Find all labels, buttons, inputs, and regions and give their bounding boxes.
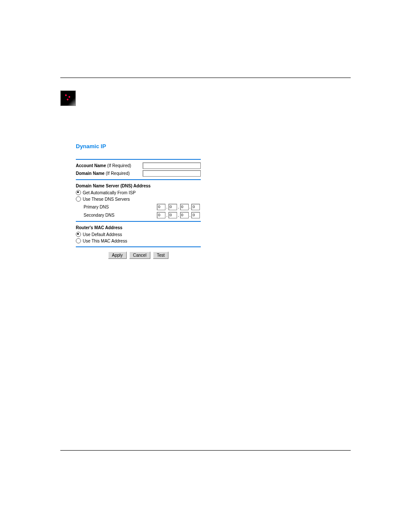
divider: [76, 179, 201, 180]
dynamic-ip-form: Dynamic IP Account Name (If Required) Do…: [76, 143, 201, 259]
primary-dns-ip-group: 0. 0. 0. 0: [157, 204, 200, 210]
dns-use-these-option[interactable]: Use These DNS Servers: [76, 196, 201, 202]
mac-this-label: Use This MAC Address: [83, 238, 127, 244]
mac-section-heading: Router's MAC Address: [76, 225, 201, 230]
account-name-label: Account Name (If Required): [76, 163, 143, 168]
dot: .: [190, 212, 191, 218]
bottom-rule: [60, 450, 351, 451]
app-icon: [60, 90, 76, 106]
radio-icon: [76, 190, 81, 195]
primary-dns-octet-4[interactable]: 0: [191, 204, 200, 210]
radio-icon: [76, 232, 81, 237]
mac-this-option[interactable]: Use This MAC Address: [76, 238, 201, 244]
dns-section-heading: Domain Name Server (DNS) Address: [76, 183, 201, 189]
primary-dns-octet-1[interactable]: 0: [157, 204, 165, 210]
secondary-dns-octet-1[interactable]: 0: [157, 212, 165, 218]
secondary-dns-octet-4[interactable]: 0: [191, 212, 200, 218]
domain-name-label: Domain Name (If Required): [76, 171, 143, 176]
account-name-label-bold: Account Name: [76, 163, 106, 168]
dns-auto-option[interactable]: Get Automatically From ISP: [76, 190, 201, 196]
dns-auto-label: Get Automatically From ISP: [83, 190, 136, 196]
form-title: Dynamic IP: [76, 143, 201, 150]
mac-default-label: Use Default Address: [83, 232, 122, 237]
dot: .: [166, 212, 168, 218]
button-row: Apply Cancel Test: [76, 252, 201, 259]
divider: [76, 246, 201, 247]
radio-icon: [76, 196, 81, 202]
account-name-input[interactable]: [143, 162, 201, 169]
secondary-dns-label: Secondary DNS: [84, 212, 157, 218]
cancel-button[interactable]: Cancel: [129, 252, 150, 259]
primary-dns-label: Primary DNS: [84, 204, 157, 210]
primary-dns-octet-3[interactable]: 0: [180, 204, 189, 210]
dot: .: [166, 204, 168, 210]
dns-use-these-label: Use These DNS Servers: [83, 196, 130, 202]
apply-button[interactable]: Apply: [108, 252, 127, 259]
domain-name-label-note: (If Required): [106, 171, 130, 176]
secondary-dns-row: Secondary DNS 0. 0. 0. 0: [76, 212, 201, 218]
mac-default-option[interactable]: Use Default Address: [76, 232, 201, 237]
dot: .: [190, 204, 191, 210]
document-page: Dynamic IP Account Name (If Required) Do…: [0, 0, 411, 532]
radio-icon: [76, 238, 81, 243]
account-name-row: Account Name (If Required): [76, 162, 201, 169]
secondary-dns-octet-2[interactable]: 0: [168, 212, 177, 218]
secondary-dns-octet-3[interactable]: 0: [180, 212, 189, 218]
domain-name-row: Domain Name (If Required): [76, 170, 201, 177]
primary-dns-row: Primary DNS 0. 0. 0. 0: [76, 204, 201, 210]
dot: .: [178, 212, 179, 218]
domain-name-input[interactable]: [143, 170, 201, 177]
primary-dns-octet-2[interactable]: 0: [168, 204, 177, 210]
dot: .: [178, 204, 179, 210]
top-rule: [60, 78, 351, 78]
test-button[interactable]: Test: [153, 252, 168, 259]
secondary-dns-ip-group: 0. 0. 0. 0: [157, 212, 200, 218]
account-name-label-note: (If Required): [107, 163, 131, 168]
domain-name-label-bold: Domain Name: [76, 171, 105, 176]
divider: [76, 159, 201, 160]
divider: [76, 221, 201, 222]
